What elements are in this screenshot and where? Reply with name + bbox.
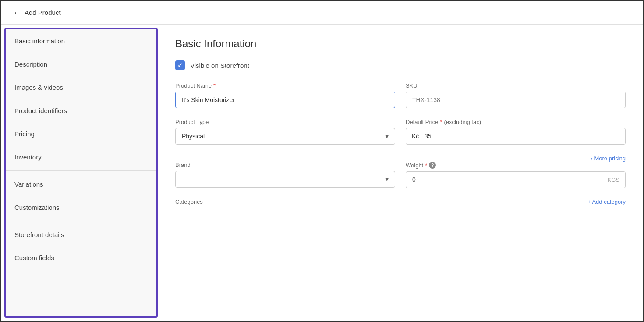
product-name-required: * (213, 82, 216, 89)
product-name-input[interactable] (175, 92, 395, 108)
default-price-group: Default Price * (excluding tax) Kč (406, 119, 626, 145)
sidebar-item-pricing[interactable]: Pricing (6, 122, 156, 145)
categories-row: Categories + Add category (175, 198, 626, 205)
sidebar-item-images-videos[interactable]: Images & videos (6, 76, 156, 99)
categories-label: Categories (175, 198, 203, 205)
more-pricing-chevron-icon: › (591, 155, 592, 162)
brand-select[interactable] (175, 171, 395, 188)
more-pricing-link[interactable]: › More pricing (591, 155, 626, 162)
default-price-required: * (440, 119, 442, 125)
sku-group: SKU (406, 82, 626, 108)
brand-group: Brand ▼ (175, 162, 395, 188)
weight-label: Weight * ? (406, 162, 626, 169)
brand-label: Brand (175, 162, 395, 168)
weight-group: Weight * ? KGS (406, 162, 626, 188)
brand-select-wrapper: ▼ (175, 171, 395, 188)
sidebar: Basic information Description Images & v… (4, 28, 158, 318)
back-button[interactable]: ← Add Product (10, 7, 64, 18)
sku-input[interactable] (406, 92, 626, 108)
sku-label: SKU (406, 82, 626, 89)
page-title: Add Product (25, 9, 61, 16)
sidebar-item-basic-information[interactable]: Basic information (6, 29, 156, 53)
default-price-label: Default Price * (excluding tax) (406, 119, 626, 125)
product-name-label: Product Name * (175, 82, 395, 89)
visible-storefront-checkbox[interactable]: ✓ (175, 60, 185, 70)
product-type-label: Product Type (175, 119, 395, 125)
back-arrow-icon: ← (13, 9, 21, 17)
sidebar-divider-2 (6, 221, 156, 221)
sidebar-item-inventory[interactable]: Inventory (6, 145, 156, 169)
sidebar-item-customizations[interactable]: Customizations (6, 196, 156, 219)
sidebar-item-description[interactable]: Description (6, 53, 156, 76)
product-type-select[interactable]: Physical Digital Service (175, 128, 395, 145)
sidebar-divider-1 (6, 170, 156, 171)
add-category-link[interactable]: + Add category (587, 198, 626, 205)
product-type-select-wrapper: Physical Digital Service ▼ (175, 128, 395, 145)
header: ← Add Product (1, 1, 643, 25)
visible-storefront-row: ✓ Visible on Storefront (175, 60, 626, 70)
brand-weight-row: Brand ▼ Weight * ? (175, 162, 626, 188)
product-type-price-row: Product Type Physical Digital Service ▼ … (175, 119, 626, 145)
weight-suffix: KGS (608, 177, 619, 183)
default-price-input[interactable] (406, 128, 626, 145)
section-title: Basic Information (175, 38, 626, 50)
weight-help-icon[interactable]: ? (429, 162, 436, 169)
content-area: Basic Information ✓ Visible on Storefron… (158, 25, 643, 321)
checkmark-icon: ✓ (177, 62, 183, 69)
weight-input[interactable] (406, 171, 626, 188)
sidebar-item-storefront-details[interactable]: Storefront details (6, 223, 156, 246)
weight-required: * (425, 162, 427, 169)
main-layout: Basic information Description Images & v… (1, 25, 643, 321)
sidebar-item-variations[interactable]: Variations (6, 173, 156, 196)
product-name-sku-row: Product Name * SKU (175, 82, 626, 108)
more-pricing-row: › More pricing (175, 155, 626, 162)
app-container: ← Add Product Basic information Descript… (0, 0, 644, 322)
price-input-wrapper: Kč (406, 128, 626, 145)
sidebar-item-custom-fields[interactable]: Custom fields (6, 246, 156, 269)
sidebar-item-product-identifiers[interactable]: Product identifiers (6, 99, 156, 122)
product-type-group: Product Type Physical Digital Service ▼ (175, 119, 395, 145)
product-name-group: Product Name * (175, 82, 395, 108)
price-prefix: Kč (412, 133, 419, 140)
weight-input-wrapper: KGS (406, 171, 626, 188)
visible-storefront-label: Visible on Storefront (190, 62, 249, 69)
